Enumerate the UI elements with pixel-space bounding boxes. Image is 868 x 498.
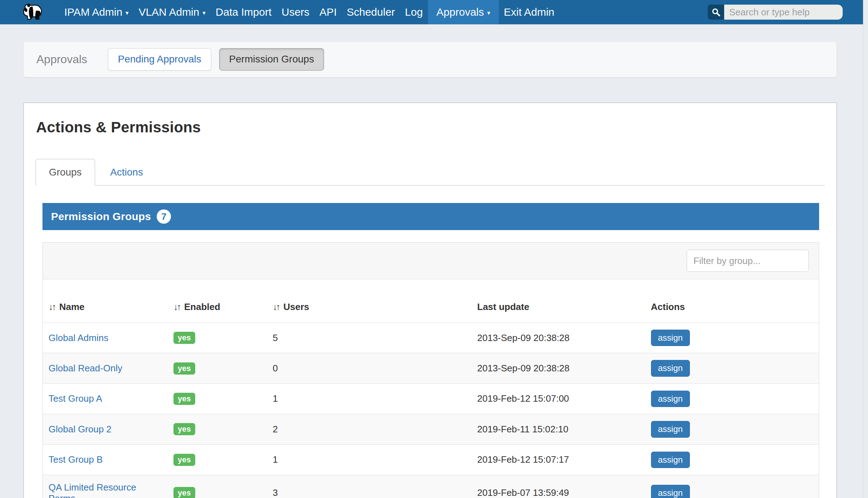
actions-permissions-panel: Actions & Permissions Groups Actions Per… [23,102,837,498]
enabled-badge: yes [173,332,195,344]
table-row: Test Group A yes 1 2019-Feb-12 15:07:00 … [43,383,819,414]
column-header[interactable]: ↓↑Name [43,279,168,323]
permission-groups-table: ↓↑Name ↓↑Enabled ↓↑Users [43,279,819,498]
navbar-item[interactable]: Exit Admin [499,0,560,24]
column-header[interactable]: ↓↑Enabled [168,279,267,323]
group-name-link[interactable]: Global Admins [49,332,108,343]
column-header[interactable]: Last update [471,279,645,323]
users-count: 2 [267,414,471,444]
search-icon[interactable] [708,5,724,20]
navbar-item[interactable]: Scheduler [342,0,400,24]
filter-by-group-input[interactable] [687,250,809,272]
users-count: 5 [267,323,471,353]
group-name-link[interactable]: Global Group 2 [49,424,111,435]
assign-button[interactable]: assign [651,360,690,376]
page-title: Actions & Permissions [36,119,825,136]
column-header[interactable]: Actions [645,279,819,323]
column-label: Actions [651,301,685,312]
group-name-link[interactable]: Global Read-Only [49,363,122,374]
last-update: 2013-Sep-09 20:38:28 [471,323,645,353]
navbar-item-label: VLAN Admin [138,6,199,18]
tab-actions[interactable]: Actions [95,159,158,185]
assign-button[interactable]: assign [651,391,690,407]
navbar-item[interactable]: Users [277,0,314,24]
table-row: Global Read-Only yes 0 2013-Sep-09 20:38… [43,353,819,383]
navbar-item-label: Users [282,6,309,18]
users-count: 1 [267,383,471,414]
navbar-item[interactable]: Data Import [211,0,277,24]
pending-approvals-button[interactable]: Pending Approvals [108,48,211,70]
tab-groups[interactable]: Groups [35,159,95,186]
table-header-row: ↓↑Name ↓↑Enabled ↓↑Users [43,279,819,323]
column-header[interactable]: ↓↑Users [267,279,471,323]
enabled-badge: yes [173,393,195,405]
groups-tab-content: Permission Groups 7 ↓↑Name [42,203,819,498]
table-row: QA Limited Resource Perms yes 3 2019-Feb… [43,475,819,498]
groups-table-container: ↓↑Name ↓↑Enabled ↓↑Users [42,242,819,498]
assign-button[interactable]: assign [651,485,690,498]
last-update: 2019-Feb-11 15:02:10 [471,414,645,444]
navbar-search [708,5,843,20]
navbar-item-label: IPAM Admin [64,6,122,18]
enabled-badge: yes [173,487,195,498]
table-row: Global Admins yes 5 2013-Sep-09 20:38:28… [43,323,819,353]
navbar-item-label: API [319,6,337,18]
column-label: Enabled [184,301,220,312]
navbar-item[interactable]: API [314,0,342,24]
group-name-link[interactable]: Test Group A [49,393,102,404]
last-update: 2019-Feb-12 15:07:17 [471,444,645,475]
sort-icon[interactable]: ↓↑ [173,301,180,312]
enabled-badge: yes [173,362,195,375]
navbar-item[interactable]: Approvals ▾ [428,0,499,24]
permission-groups-title: Permission Groups [51,210,151,223]
users-count: 3 [267,475,471,498]
table-row: Global Group 2 yes 2 2019-Feb-11 15:02:1… [43,414,819,444]
last-update: 2019-Feb-12 15:07:00 [471,383,645,414]
enabled-badge: yes [173,423,195,435]
approvals-header-bar: Approvals Pending Approvals Permission G… [23,41,837,77]
column-label: Name [59,301,85,312]
navbar-item[interactable]: VLAN Admin ▾ [133,0,211,24]
navbar-menu: IPAM Admin ▾ VLAN Admin ▾ Data Import Us… [59,0,559,24]
top-navbar: IPAM Admin ▾ VLAN Admin ▾ Data Import Us… [0,0,868,24]
users-count: 1 [267,444,471,475]
group-name-link[interactable]: Test Group B [49,454,103,465]
sort-icon[interactable]: ↓↑ [273,301,279,312]
assign-button[interactable]: assign [651,421,690,437]
search-input[interactable] [724,5,843,20]
chevron-down-icon: ▾ [126,10,129,16]
permission-groups-header: Permission Groups 7 [42,203,819,230]
navbar-item-label: Approvals [436,6,484,18]
navbar-item-label: Scheduler [347,6,395,18]
assign-button[interactable]: assign [651,330,690,346]
scrollbar[interactable] [863,0,868,498]
group-count-badge: 7 [157,209,171,224]
assign-button[interactable]: assign [651,452,690,468]
tab-bar: Groups Actions [35,159,825,186]
chevron-down-icon: ▾ [487,10,490,16]
users-count: 0 [267,353,471,383]
navbar-item[interactable]: IPAM Admin ▾ [59,0,133,24]
last-update: 2013-Sep-09 20:38:28 [471,353,645,383]
section-title: Approvals [36,53,87,66]
chevron-down-icon: ▾ [202,10,206,16]
panda-logo-icon[interactable] [21,3,44,21]
navbar-item-label: Data Import [216,6,272,18]
last-update: 2019-Feb-07 13:59:49 [471,475,645,498]
navbar-item[interactable]: Log [400,0,428,24]
group-name-link[interactable]: QA Limited Resource Perms [49,482,136,498]
enabled-badge: yes [173,454,195,466]
navbar-item-label: Log [405,6,423,18]
column-label: Users [283,301,309,312]
column-label: Last update [477,301,529,312]
sort-icon[interactable]: ↓↑ [49,301,55,312]
permission-groups-button[interactable]: Permission Groups [219,48,324,70]
filter-row [43,243,819,279]
table-row: Test Group B yes 1 2019-Feb-12 15:07:17 … [43,444,819,475]
navbar-item-label: Exit Admin [504,6,555,18]
